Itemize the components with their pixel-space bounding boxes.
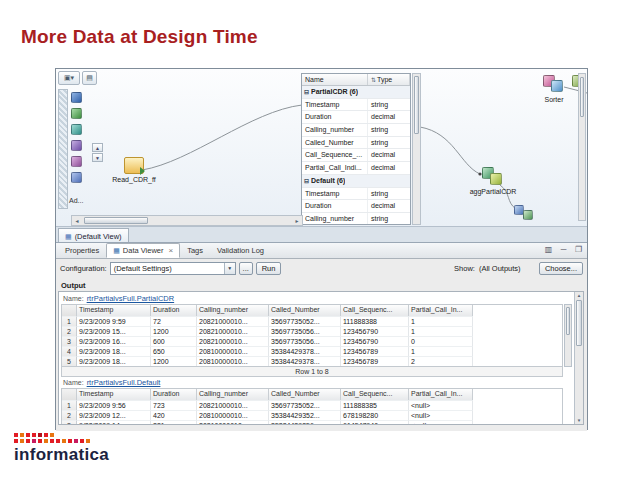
column-header[interactable]: Duration	[151, 389, 197, 400]
column-header[interactable]: Partial_Call_In...	[409, 305, 473, 316]
scroll-down-icon[interactable]: ▼	[575, 418, 583, 423]
target-node-icons[interactable]	[514, 205, 540, 221]
view-icon: ▦	[65, 233, 72, 241]
notes-icon[interactable]: ▥	[543, 245, 554, 254]
column-header[interactable]: Calling_number	[197, 305, 269, 316]
table-row[interactable]: 19/23/2009 9:5672320821000010...35697735…	[62, 400, 562, 410]
collapse-icon[interactable]: ⊟	[302, 86, 311, 98]
joiner-icon[interactable]	[71, 124, 82, 135]
tab-properties[interactable]: Properties	[58, 243, 106, 258]
row-number-cell: 1	[62, 400, 77, 410]
layout-button[interactable]: ▤	[82, 71, 97, 85]
row-number-header[interactable]	[62, 305, 77, 316]
table-cell: 1	[409, 346, 473, 356]
palette-menu-button[interactable]: ▣▾	[58, 71, 80, 85]
choose-button[interactable]: Choose...	[539, 262, 583, 275]
name-label: Name:	[63, 295, 84, 302]
default-view-tab[interactable]: ▦ (Default View)	[58, 228, 129, 243]
configuration-dropdown[interactable]: (Default Settings) ▼	[110, 262, 236, 275]
column-header[interactable]: Timestamp	[77, 389, 151, 400]
slide-title: More Data at Design Time	[21, 26, 258, 48]
scrollbar-thumb[interactable]	[414, 76, 419, 134]
ports-name-header[interactable]: Name	[302, 74, 368, 85]
aggregator-icon	[482, 167, 504, 186]
expression-icon[interactable]	[71, 108, 82, 119]
table-row[interactable]: 59/23/2009 18...120020810000010...353844…	[62, 356, 562, 366]
column-header[interactable]: Call_Sequenc...	[341, 305, 409, 316]
row-number-header[interactable]	[62, 389, 77, 400]
logo-dot	[26, 439, 30, 443]
scrollbar-thumb[interactable]	[580, 77, 584, 117]
lookup-icon[interactable]	[71, 140, 82, 151]
port-type: string	[368, 188, 410, 200]
column-header[interactable]: Called_Number	[269, 389, 341, 400]
port-row[interactable]: Durationdecimal	[302, 200, 410, 213]
maximize-icon[interactable]: ❐	[573, 245, 584, 254]
browse-configurations-button[interactable]: ...	[239, 262, 253, 275]
ports-scrollbar[interactable]	[412, 73, 421, 225]
ports-type-header[interactable]: ⇅Type	[368, 74, 410, 85]
table-row[interactable]: 29/23/2009 12...42020810000010...3538442…	[62, 410, 562, 420]
source-node-read-cdr-ff[interactable]: Read_CDR_ff	[102, 157, 166, 183]
tab-validation-log[interactable]: Validation Log	[210, 243, 271, 258]
connection-icon[interactable]	[71, 92, 82, 103]
logo-dot	[80, 439, 84, 443]
table-row[interactable]: 29/23/2009 15...120020821000010...356977…	[62, 326, 562, 336]
port-row[interactable]: Timestampstring	[302, 188, 410, 201]
column-header[interactable]: Calling_number	[197, 389, 269, 400]
port-group-row[interactable]: ⊟PartialCDR (6)	[302, 86, 410, 99]
node-label-ad: Ad...	[69, 197, 83, 204]
scrollbar-thumb[interactable]	[576, 300, 582, 346]
table-cell: 281	[151, 420, 197, 425]
union-icon[interactable]	[71, 172, 82, 183]
port-row[interactable]: Partial_Call_Indi...decimal	[302, 162, 410, 175]
scrollbar-thumb[interactable]	[566, 307, 570, 335]
output-group-link[interactable]: rtrPartialvsFull.PartialCDR	[87, 294, 175, 303]
table-row[interactable]: 49/23/2009 18...65020810000010...3538442…	[62, 346, 562, 356]
aggregator-node[interactable]: aggPartialCDR	[461, 167, 525, 195]
close-icon[interactable]: ×	[169, 246, 174, 255]
node-label: Read_CDR_ff	[102, 176, 166, 183]
wire	[142, 105, 302, 170]
logo-dot-row	[14, 433, 109, 437]
tab-tags[interactable]: Tags	[180, 243, 210, 258]
ports-list: ⊟PartialCDR (6)TimestampstringDurationde…	[302, 86, 410, 225]
run-button[interactable]: Run	[256, 262, 282, 275]
table-1-scrollbar[interactable]	[564, 304, 572, 367]
port-row[interactable]: Timestampstring	[302, 99, 410, 112]
output-scrollbar[interactable]: ▲ ▼	[574, 292, 583, 424]
scroll-up-button[interactable]: ▲	[92, 143, 103, 152]
table-row[interactable]: 39/23/2009 14...28120810000010...3538442…	[62, 420, 562, 425]
port-row[interactable]: Called_Numberstring	[302, 137, 410, 150]
scroll-up-icon[interactable]: ▲	[575, 293, 583, 298]
view-tab-label: (Default View)	[75, 232, 122, 241]
collapsed-palette-strip[interactable]	[58, 89, 68, 209]
output-group-link[interactable]: rtrPartialvsFull.Default	[87, 378, 161, 387]
column-header[interactable]: Call_Sequenc...	[341, 389, 409, 400]
port-row[interactable]: Durationdecimal	[302, 111, 410, 124]
table-row[interactable]: 39/23/2009 16...60020821000010...3569773…	[62, 336, 562, 346]
collapse-icon[interactable]: ⊟	[302, 175, 311, 187]
column-header[interactable]: Partial_Call_In...	[409, 389, 473, 400]
minimize-icon[interactable]: ─	[558, 245, 569, 254]
column-header[interactable]: Timestamp	[77, 305, 151, 316]
canvas-vscrollbar[interactable]	[578, 73, 586, 221]
table-row[interactable]: 19/23/2009 9:597220821000010...356977350…	[62, 316, 562, 326]
router-icon[interactable]	[71, 156, 82, 167]
port-row[interactable]: Calling_numberstring	[302, 213, 410, 225]
table-cell: 35697735056...	[269, 326, 341, 336]
tab-data-viewer[interactable]: ▦Data Viewer×	[106, 243, 180, 258]
canvas-hscrollbar[interactable]: ◄ ►	[71, 215, 303, 226]
viewer-tab-bar: Properties▦Data Viewer×TagsValidation Lo…	[56, 243, 587, 259]
port-row[interactable]: Call_Sequence_...decimal	[302, 149, 410, 162]
column-header[interactable]: Duration	[151, 305, 197, 316]
table-cell: 20821000010...	[197, 336, 269, 346]
column-header[interactable]: Called_Number	[269, 305, 341, 316]
scrollbar-thumb[interactable]	[84, 217, 148, 224]
port-row[interactable]: Calling_numberstring	[302, 124, 410, 137]
port-group-row[interactable]: ⊟Default (6)	[302, 175, 410, 188]
table-cell: 35384429378...	[269, 356, 341, 366]
scroll-right-icon[interactable]: ►	[292, 218, 302, 224]
result-table-1-wrap: TimestampDurationCalling_numberCalled_Nu…	[61, 304, 572, 367]
scroll-left-icon[interactable]: ◄	[72, 218, 82, 224]
